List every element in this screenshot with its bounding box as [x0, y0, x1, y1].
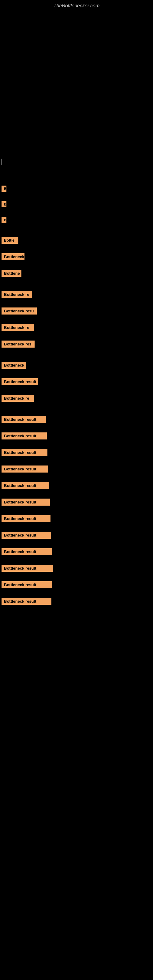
bottleneck-result-label: Bottleneck result: [2, 598, 51, 605]
list-item: Bottleneck: [2, 362, 151, 369]
bottleneck-result-label: Bottleneck result: [2, 581, 52, 588]
bottleneck-result-label: Bottleneck result: [2, 416, 46, 423]
bottleneck-result-label: Bottleneck: [2, 253, 24, 260]
cursor-line: [2, 159, 2, 165]
content-area: B B B Bottle Bottleneck Bottlene Bottlen…: [0, 159, 153, 605]
bottleneck-result-label: Bottle: [2, 237, 18, 244]
list-item: B: [2, 201, 151, 207]
list-item: Bottleneck result: [2, 482, 151, 489]
list-item: Bottleneck result: [2, 416, 151, 423]
list-item: Bottleneck result: [2, 565, 151, 572]
list-item: Bottleneck result: [2, 378, 151, 385]
list-item: Bottleneck result: [2, 581, 151, 588]
list-item: Bottleneck result: [2, 515, 151, 522]
list-item: Bottleneck re: [2, 324, 151, 331]
bottleneck-result-label: Bottleneck result: [2, 515, 51, 522]
site-header: TheBottlenecker.com: [0, 0, 153, 12]
site-title: TheBottlenecker.com: [0, 0, 153, 12]
bottleneck-result-label: Bottleneck: [2, 362, 26, 369]
list-item: Bottle: [2, 237, 151, 244]
bottleneck-result-label: Bottleneck result: [2, 499, 50, 506]
bottleneck-result-label: Bottleneck result: [2, 433, 47, 439]
bottleneck-result-label: Bottleneck result: [2, 531, 51, 539]
bottleneck-result-label: Bottleneck resu: [2, 307, 37, 315]
bottleneck-result-label: B: [2, 217, 6, 223]
list-item: Bottleneck result: [2, 499, 151, 506]
list-item: Bottleneck: [2, 253, 151, 260]
bottleneck-result-label: B: [2, 201, 6, 207]
list-item: Bottleneck res: [2, 340, 151, 348]
list-item: Bottleneck result: [2, 433, 151, 439]
bottleneck-result-label: Bottleneck re: [2, 291, 32, 298]
list-item: Bottleneck re: [2, 395, 151, 402]
list-item: Bottlene: [2, 270, 151, 277]
bottleneck-result-label: Bottleneck re: [2, 395, 33, 402]
list-item: B: [2, 217, 151, 223]
list-item: Bottleneck result: [2, 548, 151, 555]
cursor-line-item: [2, 159, 151, 165]
bottleneck-result-label: Bottleneck res: [2, 340, 35, 348]
bottleneck-result-label: Bottleneck result: [2, 548, 52, 555]
list-item: Bottleneck result: [2, 598, 151, 605]
bottleneck-result-label: Bottleneck result: [2, 482, 49, 489]
list-item: Bottleneck resu: [2, 307, 151, 315]
list-item: Bottleneck re: [2, 291, 151, 298]
bottleneck-result-label: Bottleneck result: [2, 466, 48, 473]
bottleneck-result-label: Bottleneck re: [2, 324, 33, 331]
bottleneck-result-label: Bottlene: [2, 270, 21, 277]
bottleneck-result-label: Bottleneck result: [2, 565, 53, 572]
list-item: Bottleneck result: [2, 531, 151, 539]
bottleneck-result-label: Bottleneck result: [2, 378, 38, 385]
bottleneck-result-label: B: [2, 186, 6, 192]
bottleneck-result-label: Bottleneck result: [2, 449, 48, 456]
list-item: Bottleneck result: [2, 466, 151, 473]
list-item: Bottleneck result: [2, 449, 151, 456]
list-item: B: [2, 186, 151, 192]
